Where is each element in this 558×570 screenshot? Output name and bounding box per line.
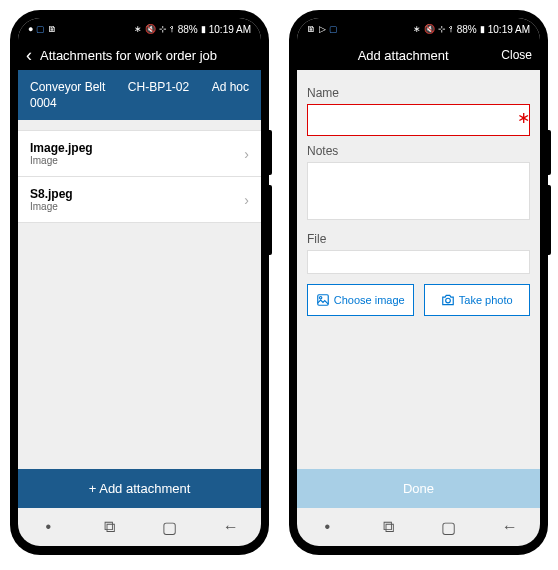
item-type: Image — [30, 201, 73, 212]
screen-right: 🗎 ▷ ▢ ∗ 🔇 ⊹ ⫯ 88% ▮ 10:19 AM Add attachm… — [297, 18, 540, 508]
app-badge-icon: ▢ — [329, 24, 338, 34]
mute-icon: 🔇 — [145, 24, 156, 34]
nav-home-icon[interactable]: ▢ — [437, 518, 461, 537]
done-button[interactable]: Done — [297, 469, 540, 508]
item-title: S8.jpeg — [30, 187, 73, 201]
status-right: ∗ 🔇 ⊹ ⫯ 88% ▮ 10:19 AM — [134, 24, 251, 35]
battery-icon: ▮ — [201, 24, 206, 34]
banner-left: Conveyor Belt 0004 — [30, 80, 105, 110]
choose-label: Choose image — [334, 294, 405, 306]
app-header: ‹ Attachments for work order job — [18, 40, 261, 70]
bluetooth-icon: ∗ — [413, 24, 421, 34]
signal-icon: ⫯ — [170, 24, 175, 34]
phone-left: ● ▢ 🗎 ∗ 🔇 ⊹ ⫯ 88% ▮ 10:19 AM ‹ Attachmen… — [10, 10, 269, 555]
screen-left: ● ▢ 🗎 ∗ 🔇 ⊹ ⫯ 88% ▮ 10:19 AM ‹ Attachmen… — [18, 18, 261, 508]
nav-home-icon[interactable]: ▢ — [158, 518, 182, 537]
svg-rect-0 — [318, 295, 329, 306]
nav-back-icon[interactable]: ← — [219, 518, 243, 536]
nav-bar: • ⧉ ▢ ← — [297, 508, 540, 546]
nav-dot-icon[interactable]: • — [36, 518, 60, 536]
app-header: Add attachment Close — [297, 40, 540, 70]
svg-point-1 — [319, 297, 321, 299]
add-attachment-button[interactable]: + Add attachment — [18, 469, 261, 508]
signal-icon: ⫯ — [449, 24, 454, 34]
doc-icon: 🗎 — [48, 24, 57, 34]
add-label: Add attachment — [99, 481, 190, 496]
wifi-icon: ⊹ — [159, 24, 167, 34]
arrow-icon: ▷ — [319, 24, 326, 34]
svg-point-2 — [445, 298, 450, 303]
back-icon[interactable]: ‹ — [26, 45, 32, 66]
work-order-banner: Conveyor Belt 0004 CH-BP1-02 Ad hoc — [18, 70, 261, 120]
banner-type: Ad hoc — [212, 80, 249, 110]
file-label: File — [307, 232, 530, 246]
status-left: 🗎 ▷ ▢ — [307, 24, 338, 34]
close-button[interactable]: Close — [501, 48, 532, 62]
page-title: Attachments for work order job — [40, 48, 253, 63]
battery-text: 88% — [178, 24, 198, 35]
nav-dot-icon[interactable]: • — [315, 518, 339, 536]
camera-icon — [441, 293, 455, 307]
notes-field[interactable] — [307, 162, 530, 220]
nav-recent-icon[interactable]: ⧉ — [97, 518, 121, 536]
battery-text: 88% — [457, 24, 477, 35]
battery-icon: ▮ — [480, 24, 485, 34]
item-title: Image.jpeg — [30, 141, 93, 155]
form-content: Name ∗ Notes File Choose image Take phot… — [297, 70, 540, 469]
name-label: Name — [307, 86, 530, 100]
required-icon: ∗ — [517, 108, 530, 127]
image-icon — [316, 293, 330, 307]
bluetooth-icon: ∗ — [134, 24, 142, 34]
attachment-list: Image.jpeg Image › S8.jpeg Image › — [18, 120, 261, 469]
banner-code: CH-BP1-02 — [128, 80, 189, 110]
status-right: ∗ 🔇 ⊹ ⫯ 88% ▮ 10:19 AM — [413, 24, 530, 35]
dot-icon: ● — [28, 24, 33, 34]
banner-id: 0004 — [30, 96, 105, 110]
chevron-right-icon: › — [244, 146, 249, 162]
app-badge-icon: ▢ — [36, 24, 45, 34]
file-field[interactable] — [307, 250, 530, 274]
plus-icon: + — [89, 481, 100, 496]
photo-label: Take photo — [459, 294, 513, 306]
list-item[interactable]: Image.jpeg Image › — [18, 130, 261, 177]
button-row: Choose image Take photo — [307, 284, 530, 316]
notes-label: Notes — [307, 144, 530, 158]
take-photo-button[interactable]: Take photo — [424, 284, 531, 316]
mute-icon: 🔇 — [424, 24, 435, 34]
nav-back-icon[interactable]: ← — [498, 518, 522, 536]
status-bar: 🗎 ▷ ▢ ∗ 🔇 ⊹ ⫯ 88% ▮ 10:19 AM — [297, 18, 540, 40]
status-bar: ● ▢ 🗎 ∗ 🔇 ⊹ ⫯ 88% ▮ 10:19 AM — [18, 18, 261, 40]
item-info: Image.jpeg Image — [30, 141, 93, 166]
status-left: ● ▢ 🗎 — [28, 24, 57, 34]
phone-right: 🗎 ▷ ▢ ∗ 🔇 ⊹ ⫯ 88% ▮ 10:19 AM Add attachm… — [289, 10, 548, 555]
item-info: S8.jpeg Image — [30, 187, 73, 212]
wifi-icon: ⊹ — [438, 24, 446, 34]
chevron-right-icon: › — [244, 192, 249, 208]
doc-icon: 🗎 — [307, 24, 316, 34]
choose-image-button[interactable]: Choose image — [307, 284, 414, 316]
page-title: Add attachment — [305, 48, 501, 63]
nav-recent-icon[interactable]: ⧉ — [376, 518, 400, 536]
banner-name: Conveyor Belt — [30, 80, 105, 94]
time-text: 10:19 AM — [488, 24, 530, 35]
time-text: 10:19 AM — [209, 24, 251, 35]
done-label: Done — [403, 481, 434, 496]
name-field[interactable] — [307, 104, 530, 136]
list-item[interactable]: S8.jpeg Image › — [18, 177, 261, 223]
nav-bar: • ⧉ ▢ ← — [18, 508, 261, 546]
item-type: Image — [30, 155, 93, 166]
